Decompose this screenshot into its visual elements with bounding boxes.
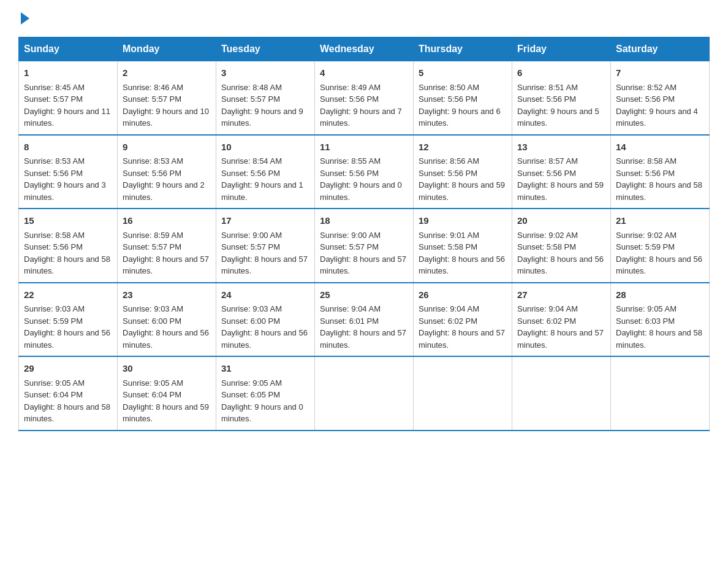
calendar-day-cell: 21Sunrise: 9:02 AMSunset: 5:59 PMDayligh… xyxy=(611,209,710,283)
calendar-day-cell: 10Sunrise: 8:54 AMSunset: 5:56 PMDayligh… xyxy=(216,135,315,209)
day-sunrise: Sunrise: 8:46 AM xyxy=(123,83,183,92)
day-sunset: Sunset: 5:56 PM xyxy=(517,94,576,104)
day-daylight: Daylight: 8 hours and 59 minutes. xyxy=(123,402,209,424)
day-daylight: Daylight: 9 hours and 4 minutes. xyxy=(616,107,698,128)
calendar-day-cell: 12Sunrise: 8:56 AMSunset: 5:56 PMDayligh… xyxy=(414,135,512,209)
day-number: 30 xyxy=(123,362,211,376)
calendar-day-cell: 22Sunrise: 9:03 AMSunset: 5:59 PMDayligh… xyxy=(19,283,118,357)
calendar-day-header-wednesday: Wednesday xyxy=(315,37,414,61)
day-sunrise: Sunrise: 9:00 AM xyxy=(221,231,282,240)
calendar-day-cell: 26Sunrise: 9:04 AMSunset: 6:02 PMDayligh… xyxy=(414,283,512,357)
calendar-day-header-saturday: Saturday xyxy=(611,37,710,61)
day-daylight: Daylight: 9 hours and 2 minutes. xyxy=(123,180,205,202)
day-number: 7 xyxy=(616,66,704,80)
calendar-header-row: SundayMondayTuesdayWednesdayThursdayFrid… xyxy=(19,37,710,61)
day-number: 24 xyxy=(221,288,309,302)
day-daylight: Daylight: 9 hours and 10 minutes. xyxy=(123,107,209,128)
day-sunset: Sunset: 6:04 PM xyxy=(123,390,181,399)
calendar-week-row: 8Sunrise: 8:53 AMSunset: 5:56 PMDaylight… xyxy=(19,135,710,209)
calendar-day-header-monday: Monday xyxy=(118,37,216,61)
calendar-day-cell xyxy=(611,356,710,431)
day-sunset: Sunset: 5:56 PM xyxy=(616,169,675,178)
calendar-day-cell: 6Sunrise: 8:51 AMSunset: 5:56 PMDaylight… xyxy=(512,61,611,135)
calendar-day-header-friday: Friday xyxy=(512,37,611,61)
day-number: 5 xyxy=(419,66,507,80)
day-sunset: Sunset: 5:56 PM xyxy=(221,169,280,178)
day-sunrise: Sunrise: 8:55 AM xyxy=(320,156,381,166)
calendar-day-cell: 7Sunrise: 8:52 AMSunset: 5:56 PMDaylight… xyxy=(611,61,710,135)
day-daylight: Daylight: 8 hours and 57 minutes. xyxy=(221,255,308,276)
day-sunrise: Sunrise: 9:02 AM xyxy=(517,231,578,240)
day-daylight: Daylight: 8 hours and 57 minutes. xyxy=(320,328,406,350)
calendar-day-cell: 5Sunrise: 8:50 AMSunset: 5:56 PMDaylight… xyxy=(414,61,512,135)
calendar-week-row: 22Sunrise: 9:03 AMSunset: 5:59 PMDayligh… xyxy=(19,283,710,357)
day-daylight: Daylight: 8 hours and 57 minutes. xyxy=(517,328,604,350)
day-sunset: Sunset: 6:01 PM xyxy=(320,316,379,326)
day-sunrise: Sunrise: 8:49 AM xyxy=(320,83,381,92)
day-number: 11 xyxy=(320,140,408,155)
calendar-day-cell: 24Sunrise: 9:03 AMSunset: 6:00 PMDayligh… xyxy=(216,283,315,357)
calendar-day-cell: 3Sunrise: 8:48 AMSunset: 5:57 PMDaylight… xyxy=(216,61,315,135)
calendar-day-cell: 20Sunrise: 9:02 AMSunset: 5:58 PMDayligh… xyxy=(512,209,611,283)
day-number: 12 xyxy=(419,140,507,155)
day-daylight: Daylight: 8 hours and 56 minutes. xyxy=(419,255,505,276)
calendar-day-header-sunday: Sunday xyxy=(19,37,118,61)
day-number: 16 xyxy=(123,214,211,228)
day-daylight: Daylight: 9 hours and 9 minutes. xyxy=(221,107,303,128)
day-daylight: Daylight: 8 hours and 57 minutes. xyxy=(123,255,209,276)
day-sunset: Sunset: 5:56 PM xyxy=(517,169,576,178)
day-sunset: Sunset: 5:59 PM xyxy=(24,316,83,326)
day-sunrise: Sunrise: 8:50 AM xyxy=(419,83,479,92)
day-sunrise: Sunrise: 8:56 AM xyxy=(419,156,479,166)
calendar-day-header-thursday: Thursday xyxy=(414,37,512,61)
day-sunset: Sunset: 5:56 PM xyxy=(320,169,379,178)
day-sunset: Sunset: 5:59 PM xyxy=(616,242,675,251)
day-sunset: Sunset: 6:03 PM xyxy=(616,316,675,326)
calendar-day-cell: 16Sunrise: 8:59 AMSunset: 5:57 PMDayligh… xyxy=(118,209,216,283)
day-number: 13 xyxy=(517,140,605,155)
day-daylight: Daylight: 8 hours and 59 minutes. xyxy=(419,180,505,202)
day-sunset: Sunset: 6:02 PM xyxy=(419,316,477,326)
day-sunset: Sunset: 6:00 PM xyxy=(221,316,280,326)
day-daylight: Daylight: 9 hours and 5 minutes. xyxy=(517,107,599,128)
day-daylight: Daylight: 9 hours and 6 minutes. xyxy=(419,107,501,128)
day-sunrise: Sunrise: 9:05 AM xyxy=(221,378,282,388)
calendar-day-cell: 4Sunrise: 8:49 AMSunset: 5:56 PMDaylight… xyxy=(315,61,414,135)
day-sunset: Sunset: 5:58 PM xyxy=(419,242,477,251)
day-daylight: Daylight: 8 hours and 56 minutes. xyxy=(24,328,110,350)
day-number: 4 xyxy=(320,66,408,80)
day-number: 6 xyxy=(517,66,605,80)
day-daylight: Daylight: 8 hours and 58 minutes. xyxy=(616,328,702,350)
calendar-day-cell xyxy=(414,356,512,431)
calendar-day-cell: 30Sunrise: 9:05 AMSunset: 6:04 PMDayligh… xyxy=(118,356,216,431)
day-number: 1 xyxy=(24,66,112,80)
calendar-day-cell: 29Sunrise: 9:05 AMSunset: 6:04 PMDayligh… xyxy=(19,356,118,431)
calendar-day-cell: 14Sunrise: 8:58 AMSunset: 5:56 PMDayligh… xyxy=(611,135,710,209)
day-number: 10 xyxy=(221,140,309,155)
calendar-week-row: 1Sunrise: 8:45 AMSunset: 5:57 PMDaylight… xyxy=(19,61,710,135)
day-sunrise: Sunrise: 8:52 AM xyxy=(616,83,677,92)
day-number: 27 xyxy=(517,288,605,302)
day-daylight: Daylight: 8 hours and 57 minutes. xyxy=(320,255,406,276)
day-daylight: Daylight: 8 hours and 58 minutes. xyxy=(616,180,702,202)
day-number: 14 xyxy=(616,140,704,155)
day-daylight: Daylight: 9 hours and 7 minutes. xyxy=(320,107,402,128)
calendar-day-cell xyxy=(315,356,414,431)
day-number: 19 xyxy=(419,214,507,228)
day-sunset: Sunset: 5:56 PM xyxy=(24,169,83,178)
day-sunrise: Sunrise: 9:02 AM xyxy=(616,231,677,240)
calendar-day-cell: 28Sunrise: 9:05 AMSunset: 6:03 PMDayligh… xyxy=(611,283,710,357)
day-daylight: Daylight: 9 hours and 1 minute. xyxy=(221,180,303,202)
day-number: 23 xyxy=(123,288,211,302)
day-sunrise: Sunrise: 8:53 AM xyxy=(24,156,85,166)
day-sunrise: Sunrise: 9:01 AM xyxy=(419,231,479,240)
day-sunrise: Sunrise: 9:04 AM xyxy=(419,304,479,313)
calendar-day-cell: 27Sunrise: 9:04 AMSunset: 6:02 PMDayligh… xyxy=(512,283,611,357)
calendar-day-cell: 11Sunrise: 8:55 AMSunset: 5:56 PMDayligh… xyxy=(315,135,414,209)
calendar-day-cell: 1Sunrise: 8:45 AMSunset: 5:57 PMDaylight… xyxy=(19,61,118,135)
calendar-day-cell: 25Sunrise: 9:04 AMSunset: 6:01 PMDayligh… xyxy=(315,283,414,357)
day-sunrise: Sunrise: 8:58 AM xyxy=(24,231,85,240)
calendar-table: SundayMondayTuesdayWednesdayThursdayFrid… xyxy=(18,37,710,431)
day-number: 2 xyxy=(123,66,211,80)
day-sunset: Sunset: 5:58 PM xyxy=(517,242,576,251)
